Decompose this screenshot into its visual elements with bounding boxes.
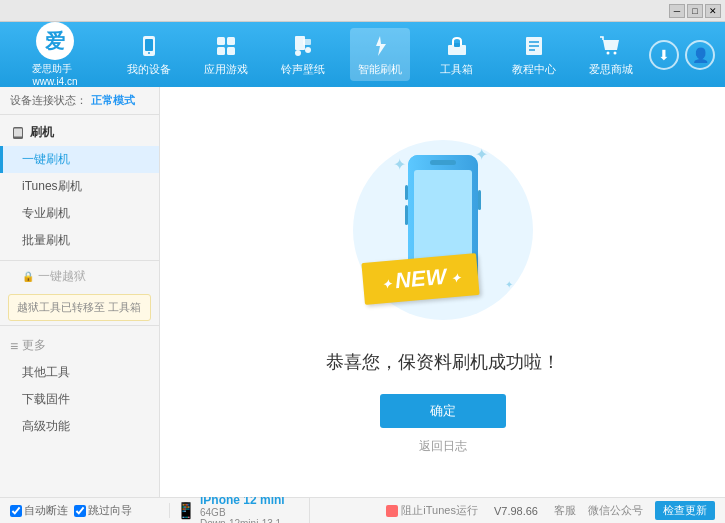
svg-point-17 — [606, 52, 609, 55]
nav-label-device: 我的设备 — [127, 62, 171, 77]
window-controls[interactable]: ─ □ ✕ — [669, 4, 721, 18]
ringtone-icon — [289, 32, 317, 60]
svg-rect-3 — [217, 37, 225, 45]
sparkle-1: ✦ — [475, 145, 488, 164]
skip-wizard-input[interactable] — [74, 505, 86, 517]
nav-ringtones[interactable]: 铃声壁纸 — [273, 28, 333, 81]
sidebar-section-flash: 刷机 — [0, 119, 159, 146]
sparkle-2: ✦ — [393, 155, 406, 174]
top-nav: 爱 爱思助手 www.i4.cn 我的设备 应用游戏 铃声壁纸 — [0, 22, 725, 87]
sidebar-item-other-tools[interactable]: 其他工具 — [0, 359, 159, 386]
sidebar-item-batch-flash[interactable]: 批量刷机 — [0, 227, 159, 254]
nav-label-toolbox: 工具箱 — [440, 62, 473, 77]
sidebar-divider-1 — [0, 260, 159, 261]
phone-small-icon: 📱 — [176, 501, 196, 520]
main-content: 设备连接状态： 正常模式 刷机 一键刷机 iTunes刷机 专业刷机 批量刷机 — [0, 87, 725, 497]
logo-text: 爱思助手 www.i4.cn — [32, 62, 77, 87]
bottom-links: 客服 微信公众号 检查更新 — [554, 501, 715, 520]
sidebar-item-pro-flash[interactable]: 专业刷机 — [0, 200, 159, 227]
sidebar-item-download-firmware[interactable]: 下载固件 — [0, 386, 159, 413]
svg-rect-27 — [405, 205, 408, 225]
jailbreak-notice: 越狱工具已转移至 工具箱 — [8, 294, 151, 321]
user-button[interactable]: 👤 — [685, 40, 715, 70]
svg-point-9 — [295, 50, 301, 56]
sidebar-divider-2 — [0, 325, 159, 326]
nav-tutorials[interactable]: 教程中心 — [504, 28, 564, 81]
nav-right-actions: ⬇ 👤 — [649, 40, 715, 70]
nav-label-flash: 智能刷机 — [358, 62, 402, 77]
nav-flash[interactable]: 智能刷机 — [350, 28, 410, 81]
nav-shop[interactable]: 爱思商城 — [581, 28, 641, 81]
title-bar: ─ □ ✕ — [0, 0, 725, 22]
close-button[interactable]: ✕ — [705, 4, 721, 18]
device-version: Down-12mini-13.1 — [200, 518, 285, 524]
lock-icon: 🔒 — [22, 271, 34, 282]
tutorial-icon — [520, 32, 548, 60]
bottom-checkboxes: 自动断连 跳过向导 — [10, 503, 170, 518]
confirm-button[interactable]: 确定 — [380, 394, 506, 428]
toolbox-icon — [443, 32, 471, 60]
nav-my-device[interactable]: 我的设备 — [119, 28, 179, 81]
svg-rect-4 — [227, 37, 235, 45]
sidebar-more-section: ≡ 更多 其他工具 下载固件 高级功能 — [0, 328, 159, 444]
maximize-button[interactable]: □ — [687, 4, 703, 18]
svg-rect-8 — [303, 39, 311, 45]
nav-label-apps: 应用游戏 — [204, 62, 248, 77]
shop-icon — [597, 32, 625, 60]
nav-items: 我的设备 应用游戏 铃声壁纸 智能刷机 工具箱 — [110, 28, 649, 81]
nav-label-shop: 爱思商城 — [589, 62, 633, 77]
bottom-right: 阻止iTunes运行 V7.98.66 客服 微信公众号 检查更新 — [310, 501, 715, 520]
flash-section-icon — [10, 125, 26, 141]
connection-status: 设备连接状态： 正常模式 — [0, 87, 159, 115]
sidebar-item-itunes-flash[interactable]: iTunes刷机 — [0, 173, 159, 200]
svg-rect-26 — [405, 185, 408, 200]
sidebar-more-header: ≡ 更多 — [0, 332, 159, 359]
nav-apps[interactable]: 应用游戏 — [196, 28, 256, 81]
customer-service-link[interactable]: 客服 — [554, 503, 576, 518]
device-details: iPhone 12 mini 64GB Down-12mini-13.1 — [200, 493, 285, 524]
flash-icon — [366, 32, 394, 60]
svg-rect-12 — [454, 43, 460, 47]
svg-rect-25 — [430, 160, 456, 165]
sidebar-item-onekey-flash[interactable]: 一键刷机 — [0, 146, 159, 173]
sparkle-3: ✦ — [505, 279, 513, 290]
svg-point-18 — [613, 52, 616, 55]
main-panel: ✦ ✦ ✦ NEW 恭喜您，保资料刷机成功啦！ 确定 返回日志 — [160, 87, 725, 497]
success-message: 恭喜您，保资料刷机成功啦！ — [326, 350, 560, 374]
device-storage: 64GB — [200, 507, 285, 518]
success-illustration: ✦ ✦ ✦ NEW — [343, 130, 543, 330]
sidebar-item-advanced[interactable]: 高级功能 — [0, 413, 159, 440]
sidebar-item-jailbreak-locked: 🔒 一键越狱 — [0, 263, 159, 290]
apps-icon — [212, 32, 240, 60]
svg-rect-5 — [217, 47, 225, 55]
sidebar-flash-section: 刷机 一键刷机 iTunes刷机 专业刷机 批量刷机 — [0, 115, 159, 258]
sidebar: 设备连接状态： 正常模式 刷机 一键刷机 iTunes刷机 专业刷机 批量刷机 — [0, 87, 160, 497]
stop-itunes[interactable]: 阻止iTunes运行 — [386, 503, 478, 518]
logo-icon: 爱 — [36, 22, 74, 60]
wechat-link[interactable]: 微信公众号 — [588, 503, 643, 518]
minimize-button[interactable]: ─ — [669, 4, 685, 18]
auto-disconnect-input[interactable] — [10, 505, 22, 517]
return-log-link[interactable]: 返回日志 — [419, 438, 467, 455]
nav-label-tutorials: 教程中心 — [512, 62, 556, 77]
svg-rect-20 — [14, 128, 22, 136]
svg-point-2 — [148, 52, 150, 54]
svg-rect-6 — [227, 47, 235, 55]
check-update-button[interactable]: 检查更新 — [655, 501, 715, 520]
svg-rect-23 — [414, 170, 472, 265]
download-button[interactable]: ⬇ — [649, 40, 679, 70]
svg-point-10 — [305, 47, 311, 53]
svg-rect-28 — [478, 190, 481, 210]
nav-label-ringtones: 铃声壁纸 — [281, 62, 325, 77]
skip-wizard-checkbox[interactable]: 跳过向导 — [74, 503, 132, 518]
device-icon — [135, 32, 163, 60]
nav-toolbox[interactable]: 工具箱 — [427, 28, 487, 81]
svg-rect-1 — [145, 39, 153, 51]
logo-area: 爱 爱思助手 www.i4.cn — [10, 22, 100, 87]
stop-icon — [386, 505, 398, 517]
bottom-bar: 自动断连 跳过向导 📱 iPhone 12 mini 64GB Down-12m… — [0, 497, 725, 523]
version-text: V7.98.66 — [494, 505, 538, 517]
auto-disconnect-checkbox[interactable]: 自动断连 — [10, 503, 68, 518]
